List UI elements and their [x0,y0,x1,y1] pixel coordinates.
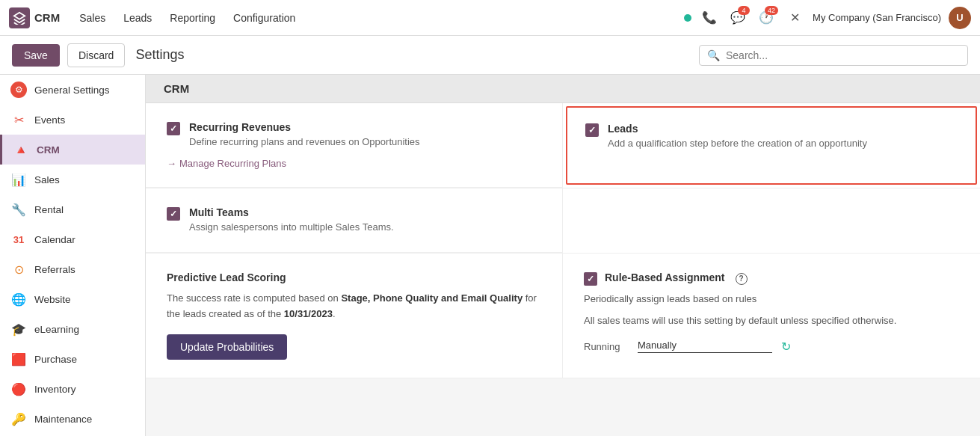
running-label: Running [584,341,629,352]
search-icon: 🔍 [707,49,720,61]
predictive-block: Predictive Lead Scoring The success rate… [146,254,563,378]
section-header: CRM [146,75,980,103]
sidebar-item-maintenance[interactable]: 🔑 Maintenance [0,404,145,434]
multi-teams-row: ✓ Multi Teams Assign salespersons into m… [167,206,541,234]
predictive-text-bold: Stage, Phone Quality and Email Quality [341,292,523,304]
leads-row: ✓ Leads Add a qualification step before … [585,123,958,150]
predictive-title: Predictive Lead Scoring [167,271,541,283]
save-button[interactable]: Save [12,44,60,67]
page-title: Settings [135,47,184,63]
recurring-revenues-block: ✓ Recurring Revenues Define recurring pl… [146,103,563,188]
recurring-revenues-desc: Define recurring plans and revenues on O… [189,135,420,149]
nav-sales[interactable]: Sales [72,7,113,28]
purchase-icon: 🟥 [10,351,27,367]
multi-teams-title: Multi Teams [189,206,394,218]
help-icon[interactable]: ? [736,273,748,285]
sidebar-label-website: Website [34,294,71,305]
main-layout: ⚙ General Settings ✂ Events 🔺 CRM 📊 Sale… [0,75,980,436]
toolbar: Save Discard Settings 🔍 [0,36,980,75]
sidebar: ⚙ General Settings ✂ Events 🔺 CRM 📊 Sale… [0,75,146,436]
app-logo[interactable]: CRM [9,7,60,28]
rental-icon: 🔧 [10,201,27,218]
nav-reporting[interactable]: Reporting [162,7,223,28]
nav-leads[interactable]: Leads [116,7,159,28]
search-box[interactable]: 🔍 [699,45,968,66]
leads-checkbox[interactable]: ✓ [585,123,599,137]
check-mark: ✓ [588,125,596,135]
sidebar-item-general-settings[interactable]: ⚙ General Settings [0,75,145,105]
headset-icon[interactable]: 📞 [699,7,720,28]
messages-icon[interactable]: 💬 4 [727,7,748,28]
nav-right-section: 📞 💬 4 🕐 42 ✕ My Company (San Francisco) … [684,7,971,29]
sidebar-item-sales[interactable]: 📊 Sales [0,165,145,194]
sidebar-item-events[interactable]: ✂ Events [0,105,145,135]
running-value[interactable]: Manually [638,340,772,353]
multi-teams-desc: Assign salespersons into multiple Sales … [189,221,394,234]
top-navigation: CRM Sales Leads Reporting Configuration … [0,0,980,36]
sidebar-label-referrals: Referrals [34,264,75,275]
rule-based-desc2: All sales teams will use this setting by… [584,313,959,329]
calendar-icon: 31 [10,231,27,248]
sidebar-item-purchase[interactable]: 🟥 Purchase [0,344,145,374]
rule-based-header: ✓ Rule-Based Assignment ? [584,271,959,286]
nav-configuration[interactable]: Configuration [226,7,303,28]
sidebar-label-sales: Sales [34,174,60,185]
leads-block: ✓ Leads Add a qualification step before … [566,106,977,185]
discard-button[interactable]: Discard [67,43,125,67]
rule-based-title: Rule-Based Assignment [605,271,725,283]
activity-badge: 42 [765,6,778,15]
company-selector[interactable]: My Company (San Francisco) [813,12,941,23]
messages-badge: 4 [738,6,750,15]
leads-content: Leads Add a qualification step before th… [608,123,867,150]
sidebar-item-website[interactable]: 🌐 Website [0,284,145,314]
sidebar-item-referrals[interactable]: ⊙ Referrals [0,254,145,284]
recurring-revenues-checkbox[interactable]: ✓ [167,122,180,135]
check-mark: ✓ [587,274,594,284]
running-row: Running Manually ↻ [584,340,959,354]
avatar[interactable]: U [949,7,971,29]
close-icon[interactable]: ✕ [784,7,805,28]
sidebar-item-inventory[interactable]: 🔴 Inventory [0,374,145,404]
check-mark: ✓ [170,209,177,219]
elearning-icon: 🎓 [10,321,27,337]
multi-teams-block: ✓ Multi Teams Assign salespersons into m… [146,188,563,253]
refresh-icon[interactable]: ↻ [781,340,791,354]
inventory-icon: 🔴 [10,381,27,397]
status-dot [684,14,691,22]
sidebar-label-general-settings: General Settings [34,85,110,96]
sidebar-label-maintenance: Maintenance [34,414,92,425]
manage-recurring-plans-link[interactable]: → Manage Recurring Plans [167,158,286,169]
predictive-text-before: The success rate is computed based on [167,292,341,304]
leads-title: Leads [608,123,867,135]
sidebar-label-elearning: eLearning [34,324,79,335]
settings-content: CRM ✓ Recurring Revenues Define recurrin… [146,75,980,436]
sidebar-label-purchase: Purchase [34,354,77,365]
sidebar-item-calendar[interactable]: 31 Calendar [0,224,145,254]
sidebar-label-inventory: Inventory [34,384,76,395]
sidebar-label-events: Events [34,114,65,126]
check-mark: ✓ [170,123,177,134]
sidebar-item-crm[interactable]: 🔺 CRM [0,135,145,165]
logo-icon [9,7,30,28]
general-settings-icon: ⚙ [10,82,27,98]
sidebar-label-calendar: Calendar [34,234,75,245]
predictive-text: The success rate is computed based on St… [167,291,541,322]
arrow-icon: → [167,158,176,169]
company-name: My Company (San Francisco) [813,12,941,23]
multi-teams-checkbox[interactable]: ✓ [167,207,180,221]
search-input[interactable] [726,49,960,61]
nav-menu: Sales Leads Reporting Configuration [72,7,303,28]
leads-block-wrapper: ✓ Leads Add a qualification step before … [563,103,980,188]
crm-icon: 🔺 [13,141,29,158]
sidebar-item-elearning[interactable]: 🎓 eLearning [0,314,145,344]
rule-based-checkbox[interactable]: ✓ [584,272,597,286]
recurring-revenues-title: Recurring Revenues [189,121,420,133]
sidebar-item-rental[interactable]: 🔧 Rental [0,194,145,224]
empty-cell [563,188,980,253]
rule-based-block: ✓ Rule-Based Assignment ? Periodically a… [563,254,980,378]
events-icon: ✂ [10,111,27,128]
activity-icon[interactable]: 🕐 42 [756,7,777,28]
logo-text: CRM [34,11,60,24]
update-probabilities-button[interactable]: Update Probabilities [167,334,287,360]
multi-teams-content: Multi Teams Assign salespersons into mul… [189,206,394,234]
